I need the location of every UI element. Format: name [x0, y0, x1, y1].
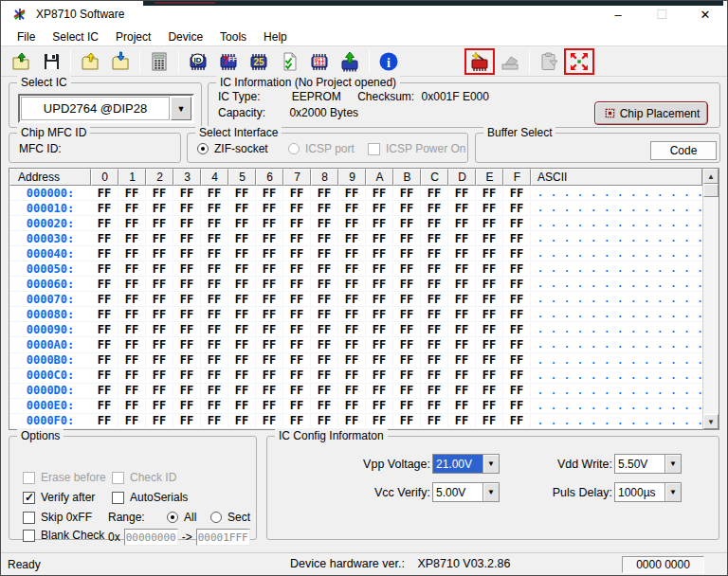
byte-cell[interactable]: FF: [366, 262, 393, 276]
byte-cell[interactable]: FF: [256, 414, 283, 427]
byte-cell[interactable]: FF: [146, 278, 173, 291]
byte-cell[interactable]: FF: [201, 323, 228, 336]
fullscreen-icon[interactable]: [564, 48, 594, 75]
buffer-code-tab[interactable]: Code: [650, 141, 717, 160]
byte-cell[interactable]: FF: [118, 353, 146, 367]
byte-cell[interactable]: FF: [173, 202, 201, 215]
byte-cell[interactable]: FF: [448, 308, 476, 321]
byte-cell[interactable]: FF: [503, 414, 531, 427]
range-to-field[interactable]: 00001FFF: [196, 529, 250, 546]
byte-cell[interactable]: FF: [146, 293, 173, 306]
byte-cell[interactable]: FF: [421, 369, 448, 382]
byte-cell[interactable]: FF: [311, 384, 338, 397]
byte-cell[interactable]: FF: [173, 293, 201, 306]
byte-cell[interactable]: FF: [476, 262, 503, 276]
byte-cell[interactable]: FF: [118, 247, 146, 261]
scroll-up-icon[interactable]: ▲: [703, 169, 719, 184]
byte-cell[interactable]: FF: [448, 293, 476, 306]
byte-cell[interactable]: FF: [201, 384, 228, 397]
hex-column-header-3[interactable]: 3: [173, 169, 201, 186]
byte-cell[interactable]: FF: [201, 262, 228, 276]
byte-cell[interactable]: FF: [311, 323, 338, 336]
byte-cell[interactable]: FF: [173, 338, 201, 351]
byte-cell[interactable]: FF: [256, 353, 283, 367]
auto-program-icon[interactable]: [464, 48, 495, 75]
byte-cell[interactable]: FF: [338, 399, 366, 412]
byte-cell[interactable]: FF: [283, 384, 311, 397]
byte-cell[interactable]: FF: [256, 202, 283, 215]
auto-serials-checkbox[interactable]: [112, 492, 124, 504]
byte-cell[interactable]: FF: [118, 232, 146, 245]
byte-cell[interactable]: FF: [338, 217, 366, 230]
range-sect-radio[interactable]: [210, 512, 222, 523]
range-from-field[interactable]: 00000000: [124, 529, 178, 546]
checksum-icon[interactable]: 25: [244, 48, 274, 75]
byte-cell[interactable]: FF: [448, 369, 476, 382]
byte-cell[interactable]: FF: [256, 278, 283, 291]
byte-cell[interactable]: FF: [393, 187, 421, 200]
byte-cell[interactable]: FF: [448, 187, 476, 200]
byte-cell[interactable]: FF: [393, 202, 421, 215]
byte-cell[interactable]: FF: [448, 384, 476, 397]
byte-cell[interactable]: FF: [173, 369, 201, 382]
byte-cell[interactable]: FF: [393, 217, 421, 230]
byte-cell[interactable]: FF: [476, 187, 503, 200]
menu-item-select-ic[interactable]: Select IC: [44, 27, 107, 45]
byte-cell[interactable]: FF: [118, 202, 146, 215]
byte-cell[interactable]: FF: [393, 323, 421, 336]
byte-cell[interactable]: FF: [256, 369, 283, 382]
byte-cell[interactable]: FF: [256, 262, 283, 276]
byte-cell[interactable]: FF: [256, 187, 283, 200]
byte-cell[interactable]: FF: [173, 262, 201, 276]
byte-cell[interactable]: FF: [366, 384, 393, 397]
byte-cell[interactable]: FF: [476, 399, 503, 412]
byte-cell[interactable]: FF: [476, 369, 503, 382]
read-id-icon[interactable]: ID: [183, 48, 213, 75]
byte-cell[interactable]: FF: [146, 323, 173, 336]
byte-cell[interactable]: FF: [366, 353, 393, 367]
byte-cell[interactable]: FF: [503, 232, 531, 245]
byte-cell[interactable]: FF: [393, 232, 421, 245]
hex-column-header-8[interactable]: 8: [311, 169, 338, 186]
byte-cell[interactable]: FF: [91, 384, 118, 397]
byte-cell[interactable]: FF: [146, 384, 173, 397]
byte-cell[interactable]: FF: [283, 323, 311, 336]
byte-cell[interactable]: FF: [256, 384, 283, 397]
byte-cell[interactable]: FF: [118, 323, 146, 336]
vcc-dropdown-arrow-icon[interactable]: ▼: [482, 483, 499, 501]
byte-cell[interactable]: FF: [91, 217, 118, 230]
byte-cell[interactable]: FF: [228, 293, 256, 306]
byte-cell[interactable]: FF: [338, 293, 366, 306]
byte-cell[interactable]: FF: [228, 232, 256, 245]
open-icon[interactable]: [6, 48, 36, 75]
byte-cell[interactable]: FF: [366, 232, 393, 245]
load-buffer-icon[interactable]: [75, 48, 105, 75]
byte-cell[interactable]: FF: [91, 399, 118, 412]
byte-cell[interactable]: FF: [503, 308, 531, 321]
byte-cell[interactable]: FF: [421, 247, 448, 261]
byte-cell[interactable]: FF: [311, 202, 338, 215]
byte-cell[interactable]: FF: [448, 262, 476, 276]
vpp-voltage-select[interactable]: 21.00V ▼: [432, 454, 500, 474]
byte-cell[interactable]: FF: [338, 414, 366, 427]
byte-cell[interactable]: FF: [503, 353, 531, 367]
hex-column-header-0[interactable]: 0: [91, 169, 118, 186]
byte-cell[interactable]: FF: [146, 308, 173, 321]
byte-cell[interactable]: FF: [201, 278, 228, 291]
byte-cell[interactable]: FF: [201, 202, 228, 215]
byte-cell[interactable]: FF: [91, 262, 118, 276]
byte-cell[interactable]: FF: [201, 247, 228, 261]
byte-cell[interactable]: FF: [118, 217, 146, 230]
byte-cell[interactable]: FF: [118, 384, 146, 397]
chip-placement-button[interactable]: Chip Placement: [594, 101, 708, 125]
byte-cell[interactable]: FF: [173, 278, 201, 291]
byte-cell[interactable]: FF: [228, 384, 256, 397]
byte-cell[interactable]: FF: [366, 399, 393, 412]
byte-cell[interactable]: FF: [476, 278, 503, 291]
byte-cell[interactable]: FF: [146, 247, 173, 261]
byte-cell[interactable]: FF: [366, 293, 393, 306]
byte-cell[interactable]: FF: [448, 323, 476, 336]
byte-cell[interactable]: FF: [228, 369, 256, 382]
blank-check-checkbox[interactable]: [23, 530, 35, 542]
byte-cell[interactable]: FF: [476, 217, 503, 230]
